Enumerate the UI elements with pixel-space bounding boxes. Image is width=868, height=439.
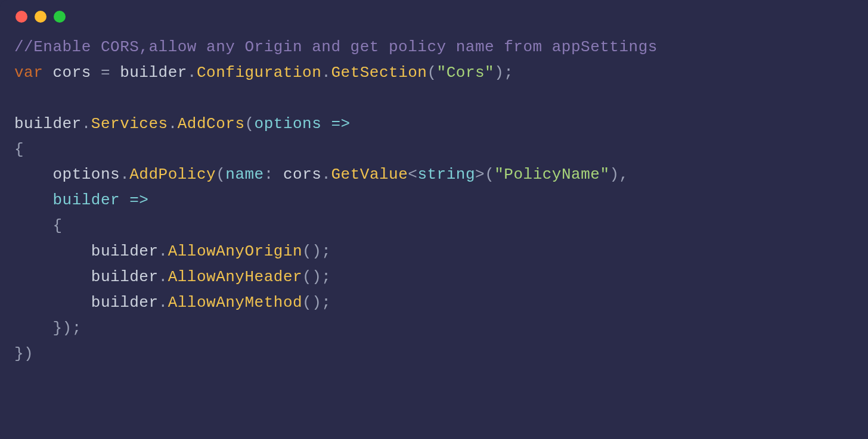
code-string: "PolicyName" <box>494 166 609 183</box>
code-indent <box>14 294 91 312</box>
code-punct: . <box>159 268 168 286</box>
code-indent <box>14 191 52 209</box>
code-punct: . <box>159 294 168 312</box>
code-punct: }) <box>14 345 33 363</box>
code-identifier: builder <box>120 64 187 82</box>
code-param: builder <box>52 191 120 209</box>
window-titlebar <box>0 11 868 35</box>
code-punct: ); <box>494 64 513 82</box>
code-identifier: builder <box>91 268 159 286</box>
code-block: //Enable CORS,allow any Origin and get p… <box>0 35 868 367</box>
code-identifier: builder <box>91 294 159 312</box>
code-punct: . <box>159 242 168 260</box>
code-method: AddCors <box>178 115 245 133</box>
code-punct: . <box>168 115 178 133</box>
code-arrow: => <box>321 115 350 133</box>
code-punct: = <box>91 64 120 82</box>
close-icon[interactable] <box>16 11 27 23</box>
code-brace: { <box>52 217 62 235</box>
code-indent <box>14 217 52 235</box>
code-method: GetValue <box>331 166 408 183</box>
code-punct: . <box>187 64 197 82</box>
code-punct: . <box>321 64 331 82</box>
code-method: AllowAnyHeader <box>168 268 302 286</box>
code-punct: ( <box>427 64 436 82</box>
code-punct: . <box>82 115 91 133</box>
code-identifier: builder <box>14 115 82 133</box>
code-punct: : <box>264 166 283 183</box>
code-indent <box>14 268 91 286</box>
code-punct: ), <box>609 166 628 183</box>
code-property: Configuration <box>197 64 321 82</box>
maximize-icon[interactable] <box>54 11 66 23</box>
code-punct: . <box>120 166 129 183</box>
code-identifier: cors <box>283 166 321 183</box>
code-identifier: builder <box>91 242 159 260</box>
code-identifier: options <box>52 166 120 183</box>
code-identifier: cors <box>52 64 91 82</box>
code-method: AllowAnyOrigin <box>168 242 302 260</box>
code-keyword-var: var <box>14 64 43 82</box>
code-comment: //Enable CORS,allow any Origin and get p… <box>14 38 658 56</box>
code-property: Services <box>91 115 168 133</box>
code-punct: ( <box>485 166 494 183</box>
minimize-icon[interactable] <box>35 11 46 23</box>
code-indent <box>14 242 91 260</box>
code-punct: }); <box>52 319 81 337</box>
code-generic-close: > <box>475 166 485 183</box>
code-arrow: => <box>120 191 148 209</box>
code-window: //Enable CORS,allow any Origin and get p… <box>0 0 868 439</box>
code-type: string <box>417 166 475 183</box>
code-punct: (); <box>302 294 331 312</box>
code-punct: ( <box>216 166 225 183</box>
code-indent <box>14 319 52 337</box>
code-punct: . <box>321 166 331 183</box>
code-method: GetSection <box>331 64 427 82</box>
code-punct: ( <box>244 115 254 133</box>
code-method: AllowAnyMethod <box>168 294 302 312</box>
code-param: options <box>255 115 322 133</box>
code-generic-open: < <box>408 166 417 183</box>
code-brace: { <box>14 141 24 158</box>
code-named-param: name <box>225 166 264 183</box>
code-indent <box>14 166 52 183</box>
code-punct: (); <box>302 268 331 286</box>
code-punct: (); <box>302 242 331 260</box>
code-string: "Cors" <box>437 64 495 82</box>
code-method: AddPolicy <box>129 166 216 183</box>
